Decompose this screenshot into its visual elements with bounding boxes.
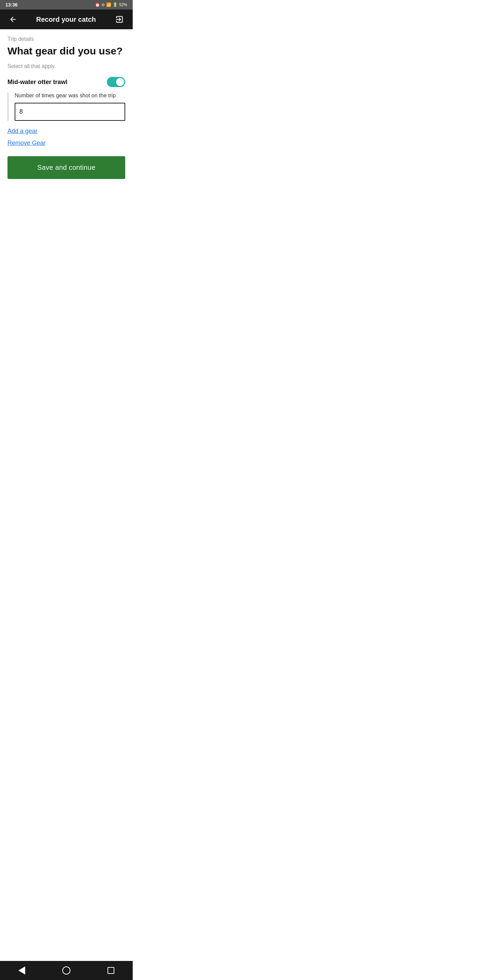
remove-gear-link[interactable]: Remove Gear bbox=[8, 140, 125, 147]
gear-toggle-row: Mid-water otter trawl bbox=[8, 77, 125, 87]
minus-circle-icon: ⊖ bbox=[102, 2, 105, 7]
status-icons: ⏰ ⊖ 📶 🔋 52% bbox=[95, 2, 127, 7]
trip-details-label: Trip details bbox=[8, 36, 125, 42]
battery-icon: 🔋 bbox=[113, 2, 118, 7]
toggle-thumb bbox=[116, 78, 124, 86]
page-heading: What gear did you use? bbox=[8, 45, 125, 57]
action-links: Add a gear Remove Gear bbox=[8, 127, 125, 147]
gear-toggle[interactable] bbox=[107, 77, 125, 87]
alarm-icon: ⏰ bbox=[95, 2, 100, 7]
select-all-label: Select all that apply. bbox=[8, 63, 125, 69]
signal-icon: 📶 bbox=[106, 2, 111, 7]
nav-bar: Record your catch bbox=[0, 10, 133, 29]
save-continue-button[interactable]: Save and continue bbox=[8, 156, 125, 179]
add-gear-link[interactable]: Add a gear bbox=[8, 127, 125, 135]
battery-percentage: 52% bbox=[119, 2, 127, 7]
back-arrow-icon bbox=[9, 15, 17, 24]
gear-detail-section: Number of times gear was shot on the tri… bbox=[8, 92, 125, 121]
status-time: 13:36 bbox=[5, 2, 18, 8]
nav-title: Record your catch bbox=[36, 16, 96, 24]
back-button[interactable] bbox=[6, 13, 20, 26]
exit-button[interactable] bbox=[112, 12, 127, 27]
exit-icon bbox=[115, 15, 124, 24]
toggle-track bbox=[107, 77, 125, 87]
gear-shots-input[interactable] bbox=[14, 103, 125, 121]
main-content: Trip details What gear did you use? Sele… bbox=[0, 29, 133, 205]
gear-name-label: Mid-water otter trawl bbox=[8, 79, 67, 86]
gear-detail-label: Number of times gear was shot on the tri… bbox=[14, 92, 125, 99]
status-bar: 13:36 ⏰ ⊖ 📶 🔋 52% bbox=[0, 0, 133, 10]
